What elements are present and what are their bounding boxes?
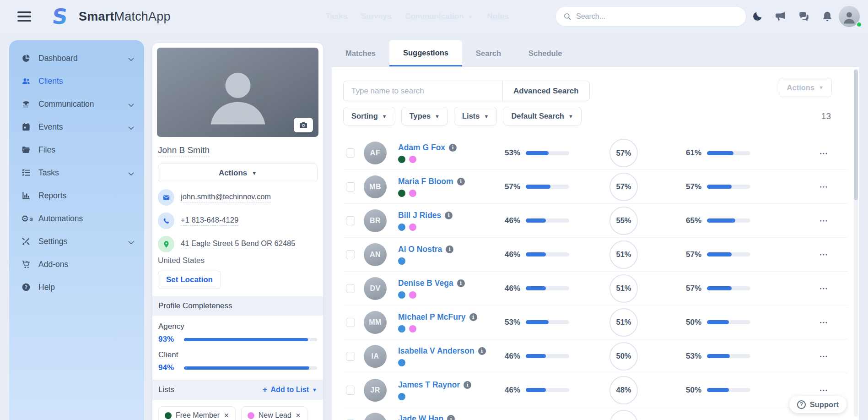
row-checkbox[interactable]: [346, 250, 355, 259]
sidebar-item-dashboard[interactable]: Dashboard: [9, 47, 144, 70]
client-avatar: MB: [364, 175, 387, 198]
global-search-input[interactable]: [576, 12, 739, 21]
row-menu-dots-icon[interactable]: ●●●: [819, 185, 828, 188]
client-avatar: JR: [364, 379, 387, 402]
sidebar-item-files[interactable]: Files: [9, 138, 144, 161]
client-name-link[interactable]: Bill J Rides: [398, 211, 441, 220]
global-search[interactable]: [556, 7, 746, 26]
scrollbar-thumb[interactable]: [854, 70, 858, 200]
client-name[interactable]: John B Smith: [158, 145, 210, 157]
change-photo-button[interactable]: [294, 118, 313, 132]
client-name-link[interactable]: James T Raynor: [398, 380, 460, 390]
tag-dot-green: [398, 156, 405, 163]
phone-icon: [158, 213, 174, 229]
sidebar-item-communication[interactable]: Communication: [9, 93, 144, 115]
info-icon[interactable]: i: [457, 279, 465, 287]
sidebar-item-add-ons[interactable]: Add-ons: [9, 253, 144, 276]
users-icon: [21, 76, 31, 86]
row-checkbox[interactable]: [346, 284, 355, 293]
messages-chat-icon[interactable]: [798, 11, 810, 22]
set-location-button[interactable]: Set Location: [158, 271, 221, 289]
match-percent-cell: 46%: [496, 284, 569, 293]
completeness-bar-row: 93%: [158, 335, 317, 344]
row-checkbox[interactable]: [346, 318, 355, 327]
row-checkbox[interactable]: [346, 148, 355, 158]
info-icon[interactable]: i: [447, 415, 455, 420]
percent-value: 57%: [678, 250, 701, 259]
info-icon[interactable]: i: [449, 144, 457, 152]
chevron-down-icon: ▼: [435, 114, 440, 119]
filter-sorting[interactable]: Sorting▼: [343, 107, 395, 125]
info-icon[interactable]: i: [469, 313, 477, 321]
client-name-link[interactable]: Jade W Han: [398, 414, 443, 420]
filter-label: Lists: [462, 112, 480, 120]
sidebar-item-tasks[interactable]: Tasks: [9, 161, 144, 184]
add-to-list-button[interactable]: + Add to List ▼: [262, 385, 317, 395]
sidebar-item-label: Reports: [38, 191, 66, 201]
ghost-nav-item: Surveys: [361, 12, 391, 21]
tab-matches[interactable]: Matches: [332, 40, 389, 66]
client-name-link[interactable]: Isabella V Anderson: [398, 346, 474, 356]
remove-tag-icon[interactable]: ✕: [224, 412, 229, 419]
client-phone[interactable]: +1 813-648-4129: [181, 216, 238, 226]
match-score-circle: 51%: [609, 274, 638, 303]
remove-tag-icon[interactable]: ✕: [296, 412, 301, 419]
sidebar-item-events[interactable]: Events: [9, 115, 144, 138]
filter-label: Types: [410, 112, 431, 120]
match-percent-cell: 50%: [678, 386, 750, 395]
tab-schedule[interactable]: Schedule: [515, 40, 576, 66]
ghost-nav: TasksSurveysCommunication ▼Notes: [326, 0, 508, 33]
profile-actions-button[interactable]: Actions▼: [158, 164, 318, 182]
row-checkbox[interactable]: [346, 352, 355, 361]
sidebar-item-settings[interactable]: Settings: [9, 230, 144, 253]
tab-search[interactable]: Search: [462, 40, 515, 66]
info-icon[interactable]: i: [464, 381, 471, 389]
hamburger-menu-icon[interactable]: [17, 11, 31, 22]
name-search-input[interactable]: [343, 81, 502, 101]
client-name-link[interactable]: Michael P McFury: [398, 312, 466, 322]
notifications-bell-icon[interactable]: [821, 11, 833, 22]
client-email[interactable]: john.smith@techinnov.com: [181, 192, 271, 202]
client-name-link[interactable]: Adam G Fox: [398, 143, 445, 153]
dark-mode-moon-icon[interactable]: [751, 11, 763, 22]
row-menu-dots-icon[interactable]: ●●●: [819, 287, 828, 290]
info-icon[interactable]: i: [457, 178, 465, 185]
client-name-link[interactable]: Denise B Vega: [398, 278, 453, 288]
sidebar-item-automations[interactable]: ⚙⚙Automations: [9, 207, 144, 230]
scrollbar[interactable]: [854, 69, 858, 417]
row-menu-dots-icon[interactable]: ●●●: [819, 152, 828, 155]
filter-types[interactable]: Types▼: [401, 107, 448, 125]
announcements-megaphone-icon[interactable]: [775, 11, 787, 22]
result-count: 13: [821, 111, 831, 121]
plus-icon: +: [262, 385, 267, 395]
filter-lists[interactable]: Lists▼: [454, 107, 497, 125]
progress-bar: [526, 218, 569, 223]
support-button[interactable]: ? Support: [789, 396, 846, 413]
sidebar-item-clients[interactable]: Clients: [9, 70, 144, 93]
info-icon[interactable]: i: [446, 245, 453, 253]
client-avatar: AF: [364, 142, 387, 164]
client-name-link[interactable]: Ai O Nostra: [398, 245, 442, 254]
row-checkbox[interactable]: [346, 182, 355, 191]
sidebar-item-help[interactable]: ?Help: [9, 276, 144, 299]
row-menu-dots-icon[interactable]: ●●●: [819, 321, 828, 324]
tab-suggestions[interactable]: Suggestions: [389, 40, 462, 66]
match-score-circle: 51%: [609, 240, 638, 269]
client-avatar: DV: [364, 277, 387, 300]
filter-default-search[interactable]: Default Search▼: [503, 107, 581, 125]
sidebar-item-reports[interactable]: Reports: [9, 184, 144, 207]
row-checkbox[interactable]: [346, 386, 355, 395]
info-icon[interactable]: i: [445, 212, 453, 219]
match-score-circle: 57%: [609, 139, 638, 167]
row-menu-dots-icon[interactable]: ●●●: [819, 355, 828, 358]
client-name-link[interactable]: Maria F Bloom: [398, 177, 453, 186]
row-checkbox[interactable]: [346, 216, 355, 225]
info-icon[interactable]: i: [478, 347, 486, 355]
row-menu-dots-icon[interactable]: ●●●: [819, 388, 828, 392]
advanced-search-button[interactable]: Advanced Search: [502, 81, 590, 101]
client-address[interactable]: 41 Eagle Street 5 Bend OR 62485: [181, 239, 295, 249]
row-menu-dots-icon[interactable]: ●●●: [819, 253, 828, 256]
bulk-actions-button[interactable]: Actions▼: [779, 78, 832, 97]
client-avatar: BR: [364, 209, 387, 232]
row-menu-dots-icon[interactable]: ●●●: [819, 219, 828, 222]
